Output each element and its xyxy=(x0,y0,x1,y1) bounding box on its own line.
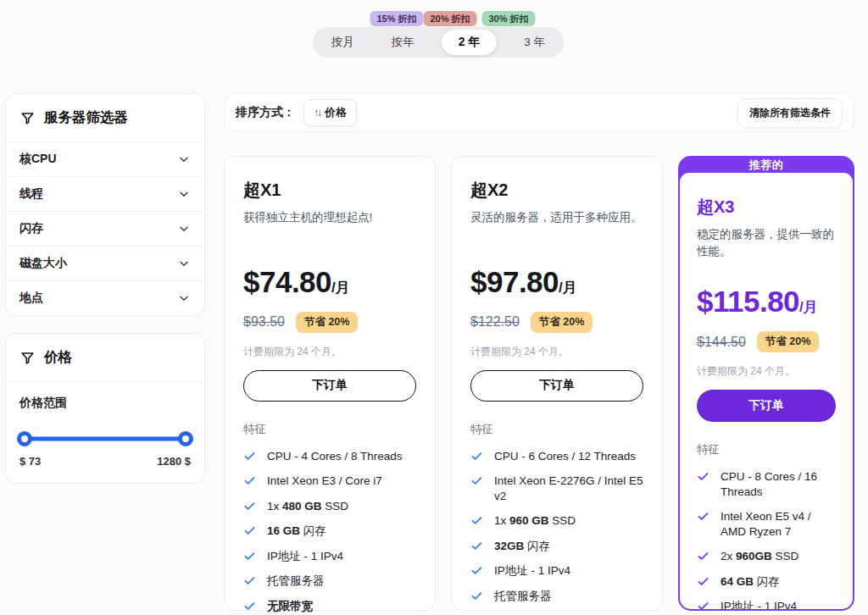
server-filters-title: 服务器筛选器 xyxy=(44,108,128,127)
check-icon xyxy=(243,600,256,612)
price-amount: $74.80 xyxy=(243,265,331,299)
feature-text: 64 GB 闪存 xyxy=(721,574,780,590)
server-filters-panel: 服务器筛选器 核CPU线程闪存磁盘大小地点 xyxy=(5,93,205,316)
feature-text: Intel Xeon E3 / Core i7 xyxy=(267,474,382,489)
features-list: CPU - 6 Cores / 12 ThreadsIntel Xeon E-2… xyxy=(470,449,643,604)
price-range-slider[interactable] xyxy=(21,431,189,446)
plan-price: $97.80/月 xyxy=(470,265,643,299)
check-icon xyxy=(243,500,256,512)
save-badge: 节省 20% xyxy=(757,331,820,352)
plan-cards-row: 超X1获得独立主机的理想起点!$74.80/月$93.50节省 20%计费期限为… xyxy=(224,156,854,611)
feature-text: 32GB 闪存 xyxy=(494,539,550,554)
billing-note: 计费期限为 24 个月。 xyxy=(470,345,643,359)
feature-item: 托管服务器 xyxy=(470,589,643,604)
price-range-label: 价格范围 xyxy=(19,396,191,411)
old-price: $122.50 xyxy=(470,314,520,330)
sort-by-price-button[interactable]: ↑↓ 价格 xyxy=(303,99,357,126)
feature-item: Intel Xeon E5 v4 / AMD Ryzen 7 xyxy=(697,509,836,539)
check-icon xyxy=(243,524,256,537)
sort-arrows-icon: ↑↓ xyxy=(314,107,320,119)
feature-item: Intel Xeon E-2276G / Intel E5 v2 xyxy=(470,474,643,503)
chevron-down-icon xyxy=(177,291,191,305)
feature-item: 2x 960GB SSD xyxy=(697,549,836,564)
plan-price: $74.80/月 xyxy=(243,265,416,299)
feature-text: CPU - 4 Cores / 8 Threads xyxy=(267,449,403,464)
features-list: CPU - 8 Cores / 16 ThreadsIntel Xeon E5 … xyxy=(697,469,836,611)
feature-item: CPU - 6 Cores / 12 Threads xyxy=(470,449,643,464)
billing-note: 计费期限为 24 个月。 xyxy=(243,345,416,359)
price-period: /月 xyxy=(559,278,577,297)
discount-badge: 15% 折扣 xyxy=(370,11,423,26)
order-button[interactable]: 下订单 xyxy=(470,370,643,402)
feature-text: CPU - 8 Cores / 16 Threads xyxy=(721,469,836,499)
filter-accordion-地点[interactable]: 地点 xyxy=(6,280,204,315)
filter-accordion-磁盘大小[interactable]: 磁盘大小 xyxy=(6,246,204,280)
feature-text: 托管服务器 xyxy=(494,589,552,604)
plan-card-超X3: 推荐的超X3稳定的服务器，提供一致的性能。$115.80/月$144.50节省 … xyxy=(678,156,854,611)
filter-accordion-闪存[interactable]: 闪存 xyxy=(6,211,204,246)
feature-text: Intel Xeon E5 v4 / AMD Ryzen 7 xyxy=(721,509,836,539)
check-icon xyxy=(470,474,483,487)
plans-main: 排序方式： ↑↓ 价格 清除所有筛选条件 超X1获得独立主机的理想起点!$74.… xyxy=(224,93,854,611)
feature-item: IP地址 - 1 IPv4 xyxy=(243,549,416,564)
check-icon xyxy=(697,550,709,562)
feature-item: 32GB 闪存 xyxy=(470,539,643,554)
slider-handle-max[interactable] xyxy=(178,431,193,446)
check-icon xyxy=(470,514,483,527)
feature-text: 无限带宽 xyxy=(267,599,313,614)
feature-text: CPU - 6 Cores / 12 Threads xyxy=(494,449,636,464)
features-title: 特征 xyxy=(470,422,643,437)
check-icon xyxy=(243,574,256,587)
feature-item: IP地址 - 1 IPv4 xyxy=(470,563,643,579)
old-price: $93.50 xyxy=(243,314,285,330)
clear-filters-button[interactable]: 清除所有筛选条件 xyxy=(737,98,843,128)
billing-tab-按年[interactable]: 按年 xyxy=(381,30,425,55)
price-filter-title: 价格 xyxy=(44,348,72,367)
chevron-down-icon xyxy=(177,257,191,270)
feature-text: 2x 960GB SSD xyxy=(721,549,798,564)
order-button[interactable]: 下订单 xyxy=(697,390,836,422)
feature-item: 64 GB 闪存 xyxy=(697,574,836,590)
price-max-value: 1280 $ xyxy=(157,455,191,468)
billing-tab-2年[interactable]: 2 年 xyxy=(442,30,498,55)
feature-text: Intel Xeon E-2276G / Intel E5 v2 xyxy=(494,474,643,503)
slider-track[interactable] xyxy=(21,437,189,441)
features-list: CPU - 4 Cores / 8 ThreadsIntel Xeon E3 /… xyxy=(243,449,416,615)
feature-item: 无限带宽 xyxy=(243,599,416,614)
price-amount: $97.80 xyxy=(470,265,559,299)
filter-label: 闪存 xyxy=(19,221,43,236)
check-icon xyxy=(697,600,709,611)
feature-text: 1x 960 GB SSD xyxy=(494,513,576,529)
discount-badges-row: 15% 折扣20% 折扣30% 折扣 xyxy=(313,11,564,26)
billing-period-tabs: 按月按年2 年3 年 xyxy=(313,27,564,58)
filter-label: 线程 xyxy=(19,186,43,202)
plan-description: 获得独立主机的理想起点! xyxy=(243,209,416,226)
billing-period-section: 15% 折扣20% 折扣30% 折扣 按月按年2 年3 年 xyxy=(0,0,868,58)
sort-button-label: 价格 xyxy=(325,105,347,120)
price-amount: $115.80 xyxy=(697,285,799,319)
discount-badge: 30% 折扣 xyxy=(481,11,535,26)
discount-badge: 20% 折扣 xyxy=(423,11,476,26)
billing-note: 计费期限为 24 个月。 xyxy=(697,364,836,379)
plan-name: 超X3 xyxy=(697,196,836,219)
chevron-down-icon xyxy=(177,152,191,166)
feature-item: Intel Xeon E3 / Core i7 xyxy=(243,474,416,489)
slider-handle-min[interactable] xyxy=(17,431,32,446)
feature-text: IP地址 - 1 IPv4 xyxy=(267,549,343,564)
chevron-down-icon xyxy=(177,222,191,235)
check-icon xyxy=(243,474,256,487)
check-icon xyxy=(470,564,483,577)
check-icon xyxy=(243,450,256,463)
price-filter-panel: 价格 价格范围 $ 73 1280 $ xyxy=(5,333,205,484)
order-button[interactable]: 下订单 xyxy=(243,370,416,402)
content-area: 服务器筛选器 核CPU线程闪存磁盘大小地点 价格 价格范围 xyxy=(0,93,868,611)
billing-tab-按月[interactable]: 按月 xyxy=(321,30,364,55)
save-badge: 节省 20% xyxy=(296,312,359,333)
billing-tab-3年[interactable]: 3 年 xyxy=(514,30,555,55)
price-period: /月 xyxy=(331,278,350,297)
price-filter-header: 价格 xyxy=(6,334,204,381)
filter-label: 地点 xyxy=(19,291,43,306)
check-icon xyxy=(697,470,709,483)
filter-accordion-线程[interactable]: 线程 xyxy=(6,176,204,211)
filter-accordion-核CPU[interactable]: 核CPU xyxy=(6,141,204,176)
